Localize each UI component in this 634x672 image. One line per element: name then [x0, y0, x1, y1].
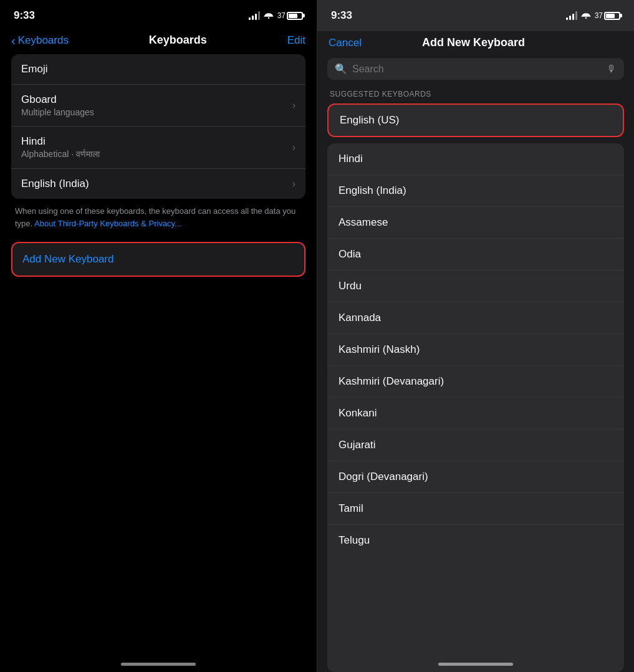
right-panel: 9:33 37 Cancel Add New Keyboard — [317, 0, 634, 672]
list-item[interactable]: Gujarati — [327, 430, 624, 461]
page-title: Keyboards — [149, 34, 207, 47]
home-indicator — [121, 663, 196, 666]
left-panel: 9:33 37 ‹ Keyboards Keyboards — [0, 0, 317, 672]
privacy-link[interactable]: About Third-Party Keyboards & Privacy... — [34, 219, 181, 228]
wifi-icon — [581, 11, 591, 21]
back-button[interactable]: ‹ Keyboards — [11, 34, 69, 47]
list-item[interactable]: Kashmiri (Devanagari) — [327, 366, 624, 398]
chevron-right-icon: › — [292, 100, 295, 111]
microphone-icon[interactable]: 🎙 — [607, 64, 617, 75]
edit-button[interactable]: Edit — [287, 34, 305, 47]
left-nav-bar: ‹ Keyboards Keyboards Edit — [0, 31, 317, 54]
back-label: Keyboards — [18, 34, 69, 47]
list-item[interactable]: English (US) — [329, 105, 623, 136]
list-item[interactable]: English (India) — [327, 175, 624, 207]
list-item[interactable]: Tamil — [327, 493, 624, 525]
search-bar[interactable]: 🔍 🎙 — [327, 58, 624, 80]
list-item[interactable]: Hindi — [327, 143, 624, 175]
list-item[interactable]: Odia — [327, 239, 624, 271]
battery-icon: 37 — [277, 11, 303, 20]
list-item[interactable]: Gboard Multiple languages › — [11, 85, 305, 127]
list-item[interactable]: Emoji — [11, 54, 305, 85]
cancel-button[interactable]: Cancel — [329, 37, 362, 49]
right-time: 9:33 — [331, 9, 352, 22]
list-item[interactable]: Konkani — [327, 398, 624, 430]
privacy-note: When using one of these keyboards, the k… — [0, 199, 317, 229]
list-item[interactable]: English (India) › — [11, 169, 305, 199]
chevron-right-icon: › — [292, 178, 295, 190]
list-item[interactable]: Urdu — [327, 271, 624, 302]
right-page-title: Add New Keyboard — [422, 36, 525, 49]
list-item[interactable]: Hindi Alphabetical · वर्णमाला › — [11, 127, 305, 169]
right-home-indicator — [438, 663, 513, 666]
left-time: 9:33 — [14, 9, 35, 22]
search-icon: 🔍 — [335, 63, 347, 75]
search-input[interactable] — [352, 64, 602, 75]
list-item[interactable]: Telugu — [327, 525, 624, 556]
right-nav-bar: Cancel Add New Keyboard — [317, 31, 634, 58]
chevron-right-icon: › — [292, 142, 295, 153]
suggested-keyboards-section: English (US) — [317, 103, 634, 137]
keyboards-list: Emoji Gboard Multiple languages › Hindi … — [11, 54, 305, 199]
english-us-highlighted[interactable]: English (US) — [327, 103, 624, 137]
list-item[interactable]: Kannada — [327, 302, 624, 334]
right-status-bar: 9:33 37 — [317, 0, 634, 31]
signal-icon — [249, 11, 260, 20]
other-keyboards-list[interactable]: Hindi English (India) Assamese Odia Urdu… — [327, 143, 624, 672]
add-new-keyboard-button[interactable]: Add New Keyboard — [11, 242, 305, 277]
wifi-icon — [264, 11, 274, 21]
list-item[interactable]: Dogri (Devanagari) — [327, 461, 624, 493]
list-item[interactable]: Kashmiri (Naskh) — [327, 334, 624, 366]
list-item[interactable]: Assamese — [327, 207, 624, 239]
left-status-icons: 37 — [249, 11, 303, 21]
left-status-bar: 9:33 37 — [0, 0, 317, 31]
suggested-section-label: SUGGESTED KEYBOARDS — [317, 90, 634, 103]
right-status-icons: 37 — [566, 11, 620, 21]
signal-icon — [566, 11, 577, 20]
battery-icon: 37 — [595, 11, 620, 20]
chevron-left-icon: ‹ — [11, 34, 16, 47]
